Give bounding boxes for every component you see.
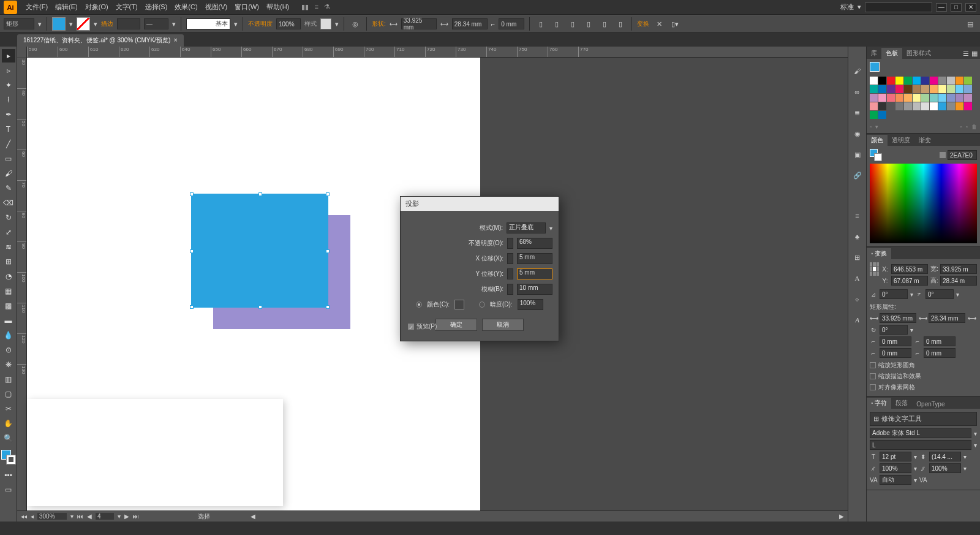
swatch[interactable] <box>930 77 938 85</box>
corner-tr[interactable] <box>924 336 956 346</box>
style-swatch[interactable] <box>320 18 331 29</box>
corner-br[interactable] <box>924 348 956 358</box>
leading-input[interactable] <box>929 452 961 461</box>
links-panel-icon[interactable]: 🔗 <box>851 169 864 181</box>
slice-tool[interactable]: ✂ <box>2 402 15 415</box>
corner-tl[interactable] <box>880 336 911 346</box>
swatch[interactable] <box>956 94 963 102</box>
yoffset-input[interactable]: 5 mm <box>517 268 552 279</box>
tab-swatches[interactable]: 色板 <box>881 48 902 59</box>
cancel-button[interactable]: 取消 <box>482 319 524 331</box>
brushes-panel-icon[interactable]: 🖌 <box>851 65 864 77</box>
scroll-right-icon[interactable]: ▶ <box>839 513 844 520</box>
screen-mode-icon[interactable]: ▭ <box>2 483 15 496</box>
fill-swatch[interactable] <box>52 17 66 31</box>
swatch[interactable] <box>913 102 921 110</box>
swatch[interactable] <box>947 77 955 85</box>
swatch[interactable] <box>878 94 886 102</box>
menu-effect[interactable]: 效果(C) <box>171 1 201 13</box>
xoffset-input[interactable]: 5 mm <box>517 253 552 264</box>
tab-color[interactable]: 颜色 <box>867 135 888 146</box>
color-mode-icon[interactable]: ▪▪▪ <box>2 468 15 482</box>
swatch[interactable] <box>878 85 886 93</box>
swatch[interactable] <box>947 85 955 93</box>
rectangle-tool[interactable]: ▭ <box>2 152 15 165</box>
blur-stepper[interactable] <box>507 284 513 295</box>
width-tool[interactable]: ≋ <box>2 240 15 254</box>
swatch[interactable] <box>887 85 895 93</box>
selection-tool[interactable]: ▸ <box>2 49 15 63</box>
current-fill[interactable] <box>870 62 880 72</box>
opacity-value[interactable]: 100% <box>276 18 301 29</box>
rect-angle-input[interactable] <box>880 325 908 335</box>
swatch[interactable] <box>878 77 886 85</box>
corner-bl[interactable] <box>880 348 911 358</box>
darkness-input[interactable]: 100% <box>518 299 543 310</box>
swatch[interactable] <box>904 77 912 85</box>
swatch[interactable] <box>904 94 912 102</box>
selected-rectangle[interactable] <box>191 194 328 308</box>
swatch[interactable] <box>938 102 946 110</box>
tab-transform[interactable]: ◦ 变换 <box>867 248 891 259</box>
mode-select[interactable]: 正片叠底 <box>507 222 546 233</box>
font-style-input[interactable] <box>870 440 971 450</box>
swatch[interactable] <box>913 77 921 85</box>
swatch[interactable] <box>964 85 972 93</box>
swatch[interactable] <box>956 102 963 110</box>
menu-file[interactable]: 文件(F) <box>22 1 51 13</box>
swatch[interactable] <box>930 102 938 110</box>
tab-gradient[interactable]: 渐变 <box>914 135 935 146</box>
artboard-index[interactable]: 4 <box>96 513 114 520</box>
swatch[interactable] <box>938 77 946 85</box>
menu-select[interactable]: 选择(S) <box>141 1 172 13</box>
menu-window[interactable]: 窗口(W) <box>231 1 263 13</box>
hex-input[interactable] <box>948 150 977 160</box>
swatch[interactable] <box>870 102 878 110</box>
align-pixel-check[interactable]: 对齐像素网格 <box>870 382 977 393</box>
minimize-button[interactable]: — <box>936 3 947 12</box>
swatch[interactable] <box>895 102 903 110</box>
swatch[interactable] <box>921 102 929 110</box>
eraser-tool[interactable]: ⌫ <box>2 196 15 210</box>
angle-input[interactable] <box>880 289 908 299</box>
h-input[interactable] <box>940 276 977 286</box>
swatch[interactable] <box>921 77 929 85</box>
shape-height[interactable]: 28.34 mm <box>452 18 488 29</box>
pen-tool[interactable]: ✒ <box>2 108 15 121</box>
opacity-stepper[interactable] <box>507 238 513 249</box>
swatch[interactable] <box>938 85 946 93</box>
yoffset-stepper[interactable] <box>507 268 513 279</box>
panel-menu-icon[interactable]: ▤ <box>964 18 976 30</box>
align-panel-icon[interactable]: ⊞ <box>851 251 864 264</box>
swatch[interactable] <box>930 85 938 93</box>
document-tab[interactable]: 161227信纸、资料夹、便签.ai* @ 300% (CMYK/预览) × <box>17 34 184 47</box>
tab-transparency[interactable]: 透明度 <box>888 135 914 146</box>
transform-link[interactable]: 变换 <box>637 20 649 28</box>
magic-wand-tool[interactable]: ✦ <box>2 78 15 92</box>
layers-panel-icon[interactable]: ≣ <box>851 107 864 119</box>
rect-w-input[interactable] <box>880 313 916 323</box>
isolate-icon[interactable]: ✕ <box>653 18 665 30</box>
color-well[interactable] <box>1 450 16 465</box>
swatch[interactable] <box>956 77 963 85</box>
nav-prev-icon[interactable]: ◂ <box>31 513 34 520</box>
swatch[interactable] <box>921 85 929 93</box>
swatch[interactable] <box>878 102 886 110</box>
swatch[interactable] <box>913 94 921 102</box>
font-size-input[interactable] <box>880 452 911 461</box>
menu-help[interactable]: 帮助(H) <box>263 1 293 13</box>
artboard-next-icon[interactable]: ▶ <box>124 513 129 520</box>
menu-view[interactable]: 视图(V) <box>202 1 232 13</box>
delete-swatch-icon[interactable]: 🗑 <box>971 124 977 130</box>
workspace-label[interactable]: 标准 <box>840 2 854 12</box>
scale-tool[interactable]: ⤢ <box>2 226 15 239</box>
graphic-styles-icon[interactable]: ▣ <box>851 148 864 161</box>
style-label[interactable]: 样式 <box>304 20 317 28</box>
preview-checkbox[interactable]: ✓预览(P) <box>408 322 437 331</box>
swatch[interactable] <box>887 94 895 102</box>
shear-input[interactable] <box>925 289 954 299</box>
maximize-button[interactable]: □ <box>951 3 962 12</box>
swatch[interactable] <box>870 85 878 93</box>
perspective-tool[interactable]: ▦ <box>2 284 15 298</box>
gradient-tool[interactable]: ▬ <box>2 314 15 327</box>
